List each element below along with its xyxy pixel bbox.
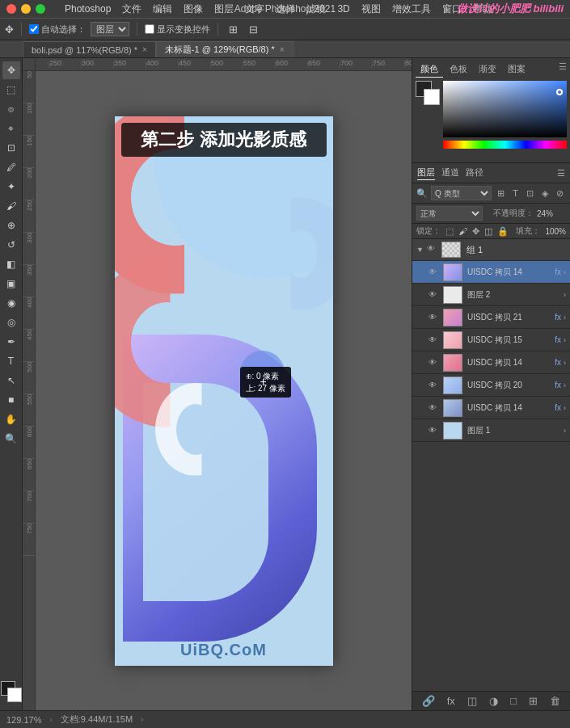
layer-vis-7[interactable]: 👁 (427, 425, 438, 436)
layer-item-0[interactable]: 👁 UISDC 拷贝 14 fx › (412, 261, 570, 284)
menu-file[interactable]: 文件 (122, 2, 141, 16)
hand-tool[interactable]: ✋ (2, 410, 20, 428)
doc-size[interactable]: 文档:9.44M/1.15M (61, 713, 133, 726)
lock-pixels-button[interactable]: 🖌 (458, 226, 467, 236)
new-group-button[interactable]: □ (507, 693, 520, 709)
layer-vis-2[interactable]: 👁 (427, 312, 438, 323)
lock-all-button[interactable]: 🔒 (497, 226, 509, 237)
layer-fx-6[interactable]: fx (555, 403, 561, 412)
background-color[interactable] (7, 688, 22, 702)
tab-gradient[interactable]: 渐变 (474, 61, 501, 78)
layer-chevron-1[interactable]: › (564, 291, 566, 299)
move-tool[interactable]: ✥ (2, 61, 20, 79)
layer-fx-2[interactable]: fx (555, 313, 561, 322)
lock-artboard-button[interactable]: ◫ (484, 226, 492, 237)
layer-fx-0[interactable]: fx (555, 267, 561, 276)
layer-chevron-2[interactable]: › (564, 314, 566, 322)
filter-type-icon[interactable]: ⊞ (495, 187, 507, 200)
magic-wand-tool[interactable]: ⌖ (2, 120, 20, 137)
filter-clear-icon[interactable]: ⊘ (554, 187, 566, 200)
layer-adjustment-button[interactable]: ◑ (486, 693, 501, 709)
layers-panel-menu-button[interactable]: ☰ (557, 168, 565, 179)
menu-view[interactable]: 视图 (361, 2, 381, 16)
tab-layers[interactable]: 图层 (417, 166, 435, 180)
tab-boli[interactable]: boli.psd @ 117%(RGB/8) * × (23, 41, 156, 57)
layer-mask-button[interactable]: ◫ (464, 693, 480, 709)
layer-chevron-7[interactable]: › (564, 427, 566, 435)
tab-swatch[interactable]: 色板 (445, 61, 472, 78)
show-transform-checkbox[interactable] (145, 24, 154, 34)
layer-vis-3[interactable]: 👁 (427, 335, 438, 346)
type-tool[interactable]: T (2, 352, 20, 370)
gradient-tool[interactable]: ▣ (2, 275, 20, 292)
lasso-tool[interactable]: ⌾ (2, 100, 20, 118)
healing-brush-tool[interactable]: ✦ (2, 178, 20, 196)
layer-fx-button[interactable]: fx (444, 693, 458, 709)
menu-plugins[interactable]: 增效工具 (392, 2, 431, 16)
lock-transparent-button[interactable]: ⬚ (445, 226, 454, 237)
doc-size-arrow[interactable]: › (141, 715, 143, 724)
layer-vis-0[interactable]: 👁 (427, 267, 438, 278)
eyedropper-tool[interactable]: 🖉 (2, 158, 20, 176)
layer-fx-3[interactable]: fx (555, 335, 561, 344)
layer-item-5[interactable]: 👁 UISDC 拷贝 20 fx › (412, 374, 570, 397)
layer-fx-5[interactable]: fx (555, 381, 561, 389)
color-swatches-small[interactable] (416, 81, 440, 105)
layer-item-2[interactable]: 👁 UISDC 拷贝 21 fx › (412, 306, 570, 329)
minimize-button[interactable] (21, 4, 31, 14)
align-tools[interactable]: ⊞ (226, 22, 241, 37)
zoom-level[interactable]: 129.17% (6, 715, 41, 725)
auto-select-checkbox-label[interactable]: 自动选择： (29, 23, 86, 36)
tab-channels[interactable]: 通道 (441, 166, 459, 180)
auto-select-checkbox[interactable] (29, 24, 39, 34)
history-brush-tool[interactable]: ↺ (2, 236, 20, 254)
layer-item-1[interactable]: 👁 图层 2 › (412, 284, 570, 306)
maximize-button[interactable] (36, 4, 45, 14)
filter-color-icon[interactable]: T (510, 187, 521, 199)
clone-stamp-tool[interactable]: ⊕ (2, 217, 20, 234)
delete-layer-button[interactable]: 🗑 (547, 693, 564, 709)
distribute-tools[interactable]: ⊟ (246, 22, 261, 37)
layer-item-7[interactable]: 👁 图层 1 › (412, 419, 570, 442)
menu-edit[interactable]: 编辑 (153, 2, 172, 16)
layer-vis-1[interactable]: 👁 (427, 289, 438, 301)
layer-vis-4[interactable]: 👁 (427, 357, 438, 368)
opacity-value[interactable]: 24% (537, 209, 566, 218)
eraser-tool[interactable]: ◧ (2, 255, 20, 273)
menu-3d[interactable]: 3D (337, 3, 349, 15)
blend-mode-select[interactable]: 正常 (416, 206, 483, 221)
filter-mode-icon[interactable]: ◈ (539, 187, 551, 200)
color-picker-cursor[interactable] (556, 89, 563, 95)
close-button[interactable] (6, 4, 16, 14)
color-panel-menu[interactable]: ☰ (559, 61, 567, 78)
zoom-arrow[interactable]: › (49, 715, 52, 724)
new-layer-button[interactable]: ⊞ (526, 693, 541, 709)
auto-select-target-select[interactable]: 图层 (91, 22, 129, 36)
layer-chevron-5[interactable]: › (564, 381, 566, 389)
move-tool-icon[interactable]: ✥ (5, 23, 14, 36)
fill-value[interactable]: 100% (545, 227, 566, 236)
zoom-tool[interactable]: 🔍 (2, 430, 20, 448)
group-visibility-eye[interactable]: 👁 (427, 244, 438, 255)
show-transform-label[interactable]: 显示变换控件 (145, 23, 210, 36)
group-name[interactable]: 组 1 (467, 244, 566, 256)
lock-position-button[interactable]: ✥ (472, 226, 479, 237)
tab-pattern[interactable]: 图案 (503, 61, 530, 78)
tab-boli-close[interactable]: × (142, 45, 147, 54)
filter-effect-icon[interactable]: ⊡ (524, 187, 536, 200)
dodge-tool[interactable]: ◎ (2, 314, 20, 331)
tab-paths[interactable]: 路径 (466, 166, 483, 180)
layer-vis-5[interactable]: 👁 (427, 380, 438, 391)
layer-item-3[interactable]: 👁 UISDC 拷贝 15 fx › (412, 329, 570, 351)
layer-chevron-4[interactable]: › (564, 359, 566, 367)
color-picker-gradient[interactable] (443, 81, 567, 137)
layer-filter-select[interactable]: Q 类型 (431, 186, 492, 200)
pen-tool[interactable]: ✒ (2, 333, 20, 351)
hue-bar[interactable] (443, 141, 567, 149)
fg-bg-color-swatch[interactable] (1, 681, 22, 704)
tab-untitled[interactable]: 未标题-1 @ 129%(RGB/8) * × (156, 41, 293, 57)
menu-image[interactable]: 图像 (184, 2, 203, 16)
marquee-tool[interactable]: ⬚ (2, 81, 20, 99)
tab-color[interactable]: 颜色 (416, 61, 443, 78)
layer-link-button[interactable]: 🔗 (419, 693, 438, 709)
